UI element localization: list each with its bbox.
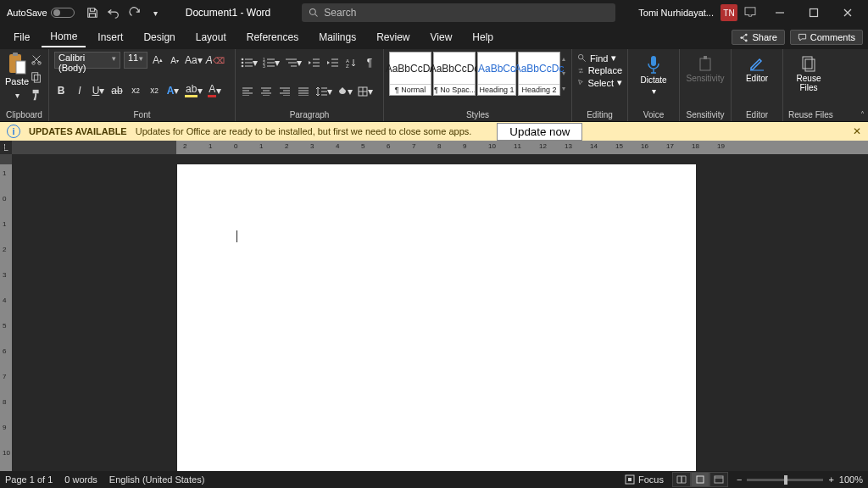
tab-help[interactable]: Help [464,28,502,47]
svg-rect-67 [805,59,815,71]
subscript-button[interactable]: x2 [129,83,142,98]
strikethrough-button[interactable]: ab [110,83,124,98]
style-no-spacing[interactable]: AaBbCcDc¶ No Spac... [433,52,476,96]
copy-icon[interactable] [31,71,42,86]
align-center-icon[interactable] [259,84,273,99]
qat-more-icon[interactable]: ▾ [149,5,163,20]
find-button[interactable]: Find ▾ [577,52,622,64]
tab-review[interactable]: Review [368,28,418,47]
reuse-files-button[interactable]: Reuse Files [788,52,829,92]
tab-insert[interactable]: Insert [89,28,131,47]
word-count[interactable]: 0 words [64,474,97,485]
editor-button[interactable]: Editor [737,52,777,83]
focus-icon [625,474,635,485]
paste-button[interactable]: Paste ▾ [5,52,29,103]
bullets-icon[interactable]: ▾ [241,55,258,70]
zoom-out-button[interactable]: − [737,474,742,485]
paste-more-icon[interactable]: ▾ [10,87,24,103]
dictate-button[interactable]: Dictate▾ [633,52,674,96]
page[interactable] [177,164,696,471]
web-layout-icon[interactable] [709,472,728,487]
style-heading2[interactable]: AaBbCcDcHeading 2 [518,52,560,96]
multilevel-list-icon[interactable]: ▾ [285,55,302,70]
language-indicator[interactable]: English (United States) [109,474,205,485]
align-left-icon[interactable] [241,84,254,99]
font-size-select[interactable]: 11 [124,52,147,69]
sort-icon[interactable]: AZ [344,55,358,70]
sensitivity-label: Sensitivity [685,108,726,121]
zoom-slider[interactable] [747,479,823,481]
editing-label: Editing [577,108,622,121]
undo-icon[interactable] [107,7,120,19]
document-canvas[interactable] [12,154,868,471]
notif-close-icon[interactable]: ✕ [853,125,861,137]
svg-rect-13 [32,73,38,80]
font-name-select[interactable]: Calibri (Body) [54,52,120,69]
svg-point-16 [242,58,244,61]
tab-home[interactable]: Home [42,27,86,47]
read-mode-icon[interactable] [672,472,691,487]
style-heading1[interactable]: AaBbCcHeading 1 [477,52,516,96]
font-color-icon[interactable]: A▾ [208,83,221,98]
tab-view[interactable]: View [422,28,461,47]
redo-icon[interactable] [129,7,141,19]
vertical-ruler[interactable]: 21012345678910 [0,154,12,471]
group-clipboard: Paste ▾ Clipboard [0,49,49,121]
select-icon [577,78,584,87]
autosave-switch-off[interactable] [51,8,75,18]
zoom-in-button[interactable]: + [828,474,833,485]
align-right-icon[interactable] [278,84,292,99]
underline-button[interactable]: U▾ [92,83,105,98]
grow-font-icon[interactable]: A▴ [151,53,164,68]
change-case-icon[interactable]: Aa▾ [185,53,203,68]
justify-icon[interactable] [297,84,310,99]
save-icon[interactable] [86,7,98,19]
maximize-button[interactable] [797,0,831,25]
svg-point-6 [745,39,748,42]
autosave-toggle[interactable]: AutoSave [7,8,75,18]
tab-mailings[interactable]: Mailings [310,28,364,47]
focus-mode-button[interactable]: Focus [625,474,664,485]
zoom-control: − + 100% [737,474,863,485]
tab-layout[interactable]: Layout [187,28,235,47]
styles-gallery-more[interactable]: ▴▾▾ [562,52,566,96]
zoom-level[interactable]: 100% [839,474,863,485]
tab-references[interactable]: References [238,28,307,47]
tab-file[interactable]: File [5,28,38,47]
minimize-button[interactable] [763,0,797,25]
format-painter-icon[interactable] [31,89,42,103]
increase-indent-icon[interactable] [326,55,339,70]
tab-design[interactable]: Design [135,28,183,47]
collapse-ribbon-icon[interactable]: ˄ [860,110,865,119]
user-name[interactable]: Tomi Nurhidayat... [638,8,714,18]
horizontal-ruler[interactable]: L 21012345678910111213141516171819 [0,141,868,154]
decrease-indent-icon[interactable] [307,55,320,70]
user-avatar-badge[interactable]: TN [721,4,737,21]
search-box[interactable]: Search [302,3,615,22]
replace-button[interactable]: Replace [577,64,622,76]
editor-label: Editor [737,108,777,121]
print-layout-icon[interactable] [691,472,709,487]
svg-line-1 [315,14,318,17]
superscript-button[interactable]: x2 [147,83,161,98]
select-button[interactable]: Select ▾ [577,76,622,89]
clear-formatting-icon[interactable]: A⌫ [206,53,225,68]
bold-button[interactable]: B [54,83,68,98]
shrink-font-icon[interactable]: A▾ [168,53,181,68]
close-button[interactable] [831,0,865,25]
cut-icon[interactable] [31,53,42,68]
style-normal[interactable]: AaBbCcDc¶ Normal [389,52,431,96]
page-indicator[interactable]: Page 1 of 1 [5,474,53,485]
line-spacing-icon[interactable]: ▾ [315,84,332,99]
borders-icon[interactable]: ▾ [358,84,373,99]
italic-button[interactable]: I [73,83,86,98]
numbering-icon[interactable]: 123▾ [263,55,280,70]
comments-button[interactable]: Comments [790,30,863,45]
show-hide-marks-icon[interactable]: ¶ [363,55,376,70]
share-button[interactable]: Share [732,30,784,45]
update-now-button[interactable]: Update now [497,123,582,141]
ribbon-display-options-icon[interactable] [744,7,756,19]
highlight-color-icon[interactable]: ab▾ [185,83,203,98]
text-effects-icon[interactable]: A▾ [166,83,180,98]
shading-icon[interactable]: ▾ [337,84,353,99]
